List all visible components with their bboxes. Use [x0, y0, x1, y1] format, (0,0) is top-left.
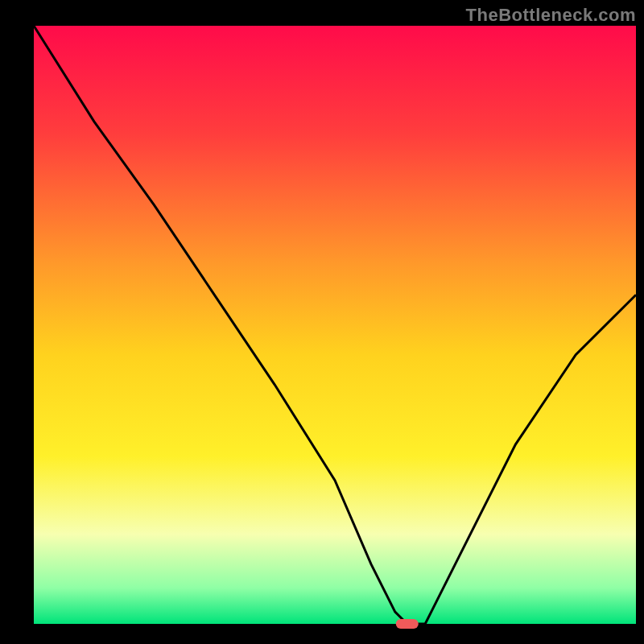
- bottleneck-chart: [0, 0, 644, 644]
- sweet-spot-marker: [396, 619, 419, 629]
- plot-background: [34, 26, 636, 624]
- chart-frame: { "attribution": "TheBottleneck.com", "c…: [0, 0, 644, 644]
